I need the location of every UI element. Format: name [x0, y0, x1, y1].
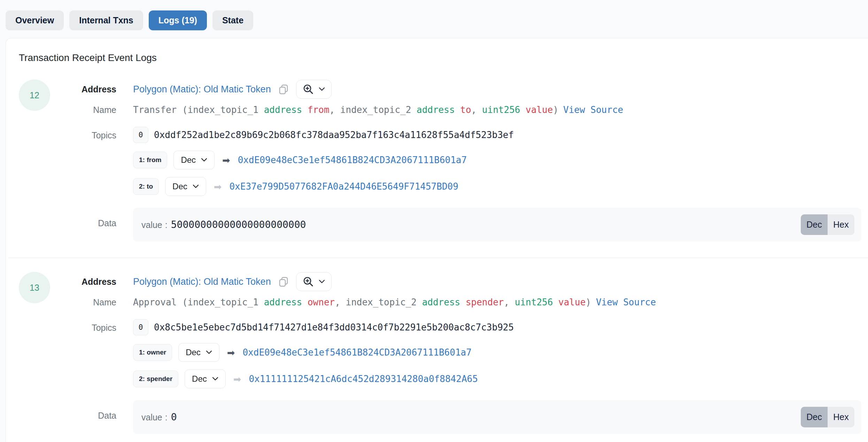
decode-selected: Dec: [172, 182, 187, 191]
topic-hash: 0x8c5be1e5ebec7d5bd14f71427d1e84f3dd0314…: [154, 322, 514, 333]
data-label: Data: [50, 208, 116, 228]
chevron-down-icon: [201, 158, 207, 162]
zoom-in-icon: [303, 84, 314, 95]
data-value: 0: [171, 411, 177, 423]
address-zoom-dropdown[interactable]: [296, 80, 332, 99]
address-zoom-dropdown[interactable]: [296, 272, 332, 291]
event-sig-token: , index_topic_2: [335, 297, 422, 307]
topic-address-link[interactable]: 0x111111125421cA6dc452d289314280a0f8842A…: [249, 374, 478, 384]
event-sig-token: address: [422, 297, 460, 307]
topics-label: Topics: [50, 127, 116, 140]
topic-row: 2: to Dec ➡ 0xE37e799D5077682FA0a244D46E…: [133, 177, 514, 196]
address-link[interactable]: Polygon (Matic): Old Matic Token: [133, 84, 271, 95]
view-source-link[interactable]: View Source: [563, 105, 623, 115]
event-sig-token: [302, 105, 308, 115]
copy-address-button[interactable]: [278, 84, 289, 95]
topics-row: Topics 0 0x8c5be1e5ebec7d5bd14f71427d1e8…: [50, 319, 868, 388]
view-source-link[interactable]: View Source: [596, 297, 656, 307]
chevron-down-icon: [206, 350, 212, 355]
log-entry: 13 Address Polygon (Matic): Old Matic To…: [19, 272, 868, 434]
topic-decode-dropdown[interactable]: Dec: [173, 151, 215, 169]
decode-selected: Dec: [181, 155, 196, 165]
dec-hex-toggle: Dec Hex: [801, 407, 854, 427]
event-sig-token: , index_topic_2: [330, 105, 417, 115]
chevron-down-icon: [212, 377, 218, 381]
topic-row: 2: spender Dec ➡ 0x111111125421cA6dc452d…: [133, 369, 514, 388]
right-arrow-icon: ➡: [222, 155, 230, 166]
decode-selected: Dec: [186, 348, 201, 357]
address-label: Address: [50, 84, 116, 94]
tab-state[interactable]: State: [212, 10, 253, 30]
event-sig-token: to: [460, 105, 471, 115]
topics-label: Topics: [50, 319, 116, 333]
event-sig-token: [520, 105, 526, 115]
chevron-down-icon: [319, 280, 325, 284]
data-row: Data value : 0 Dec Hex: [50, 400, 868, 434]
name-label: Name: [50, 105, 116, 115]
name-row: Name Approval (index_topic_1 address own…: [50, 297, 868, 307]
data-label: Data: [50, 400, 116, 421]
log-entry: 12 Address Polygon (Matic): Old Matic To…: [19, 79, 868, 242]
topic-decode-dropdown[interactable]: Dec: [185, 369, 226, 388]
topic-hash: 0xddf252ad1be2c89b69c2b068fc378daa952ba7…: [154, 130, 514, 140]
event-sig-token: [302, 297, 308, 307]
event-sig-token: uint256: [515, 297, 553, 307]
event-sig-token: from: [308, 105, 330, 115]
right-arrow-icon: ➡: [233, 374, 241, 384]
event-sig-token: value: [558, 297, 586, 307]
data-box: value : 50000000000000000000000 Dec Hex: [133, 208, 861, 242]
event-sig-token: address: [264, 105, 302, 115]
event-sig-token: [460, 297, 466, 307]
topic-row: 0 0x8c5be1e5ebec7d5bd14f71427d1e84f3dd03…: [133, 319, 514, 335]
event-sig-token: ): [553, 105, 558, 115]
topic-row: 1: owner Dec ➡ 0xdE09e48eC3e1ef54861B824…: [133, 343, 514, 362]
event-signature: Approval (index_topic_1 address owner, i…: [133, 297, 591, 307]
dec-button[interactable]: Dec: [801, 214, 828, 235]
address-label: Address: [50, 277, 116, 287]
topic-index-badge: 2: spender: [133, 371, 178, 387]
event-sig-token: owner: [308, 297, 335, 307]
event-sig-token: Approval (index_topic_1: [133, 297, 264, 307]
tab-internal-txns[interactable]: Internal Txns: [69, 10, 143, 30]
topic-decode-dropdown[interactable]: Dec: [165, 177, 206, 196]
data-key: value: [141, 220, 162, 230]
event-sig-token: ,: [504, 297, 514, 307]
copy-icon: [278, 276, 289, 287]
copy-address-button[interactable]: [278, 276, 289, 287]
hex-button[interactable]: Hex: [828, 214, 854, 235]
topic-address-link[interactable]: 0xdE09e48eC3e1ef54861B824CD3A2067111B601…: [238, 155, 467, 165]
topic-row: 1: from Dec ➡ 0xdE09e48eC3e1ef54861B824C…: [133, 151, 514, 169]
event-sig-token: value: [526, 105, 553, 115]
topic-index-badge: 0: [133, 127, 148, 143]
logs-list: 12 Address Polygon (Matic): Old Matic To…: [19, 79, 868, 434]
event-sig-token: address: [417, 105, 455, 115]
topic-address-link[interactable]: 0xdE09e48eC3e1ef54861B824CD3A2067111B601…: [242, 347, 471, 358]
event-sig-token: address: [264, 297, 302, 307]
event-sig-token: uint256: [482, 105, 520, 115]
address-row: Address Polygon (Matic): Old Matic Token: [50, 272, 868, 291]
topic-index-badge: 0: [133, 319, 148, 335]
chevron-down-icon: [319, 87, 325, 91]
event-logs-card: Transaction Receipt Event Logs 12 Addres…: [6, 38, 868, 442]
log-divider: [8, 258, 868, 258]
topics-row: Topics 0 0xddf252ad1be2c89b69c2b068fc378…: [50, 127, 868, 196]
tab-overview[interactable]: Overview: [6, 10, 64, 30]
event-sig-token: [455, 105, 460, 115]
topic-decode-dropdown[interactable]: Dec: [178, 343, 219, 362]
topic-rows: 0 0xddf252ad1be2c89b69c2b068fc378daa952b…: [133, 127, 514, 196]
event-sig-token: spender: [466, 297, 504, 307]
topic-address-link[interactable]: 0xE37e799D5077682FA0a244D46E5649F71457BD…: [229, 181, 458, 192]
tab-logs-19[interactable]: Logs (19): [149, 10, 207, 30]
event-signature: Transfer (index_topic_1 address from, in…: [133, 105, 558, 115]
topic-index-badge: 1: owner: [133, 344, 172, 361]
event-sig-token: Transfer (index_topic_1: [133, 105, 264, 115]
chevron-down-icon: [193, 184, 199, 189]
data-colon: :: [165, 220, 168, 230]
topic-index-badge: 1: from: [133, 152, 167, 168]
right-arrow-icon: ➡: [214, 181, 222, 192]
dec-button[interactable]: Dec: [801, 407, 828, 427]
hex-button[interactable]: Hex: [828, 407, 854, 427]
event-sig-token: [553, 297, 558, 307]
data-box: value : 0 Dec Hex: [133, 400, 861, 434]
address-link[interactable]: Polygon (Matic): Old Matic Token: [133, 276, 271, 287]
